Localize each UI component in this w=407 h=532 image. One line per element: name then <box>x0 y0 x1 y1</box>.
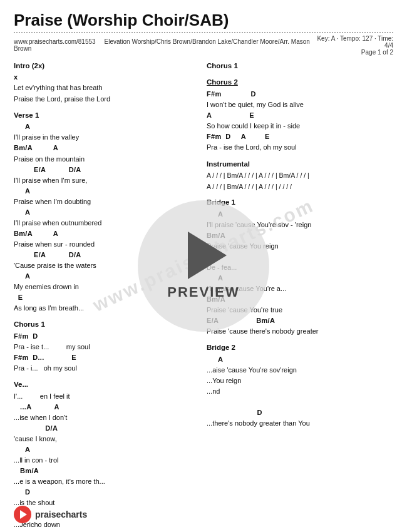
preview-overlay[interactable]: PREVIEW <box>138 200 269 332</box>
chord: D <box>207 407 393 418</box>
key: Key: A <box>317 35 334 42</box>
footer-play-icon <box>20 510 27 519</box>
chord: D <box>14 530 195 532</box>
lyric: I'll praise when I'm sure, <box>14 175 195 186</box>
chord: Bm/A <box>14 466 195 476</box>
chord: F#m D A E <box>207 131 393 142</box>
chord: A <box>14 444 195 455</box>
chord: Bm/A A <box>14 143 195 153</box>
meta-row: www.praisecharts.com/81553 Elevation Wor… <box>14 35 393 56</box>
lyric: ...aise 'cause You're sov'reign <box>207 365 393 376</box>
url: www.praisecharts.com/81553 <box>14 38 96 45</box>
time: Time: 4/4 <box>378 35 393 49</box>
section-verse2-heading: Ve... <box>14 379 195 391</box>
meta-left: www.praisecharts.com/81553 Elevation Wor… <box>14 38 312 52</box>
lyric: ...e is a weapon, it's more th... <box>14 476 195 487</box>
lyric: 'cause I know, <box>14 434 195 444</box>
lyric: Pra - ise t... my soul <box>14 342 195 352</box>
lyric: ...nd <box>207 386 393 397</box>
chord: E/A D/A <box>14 165 195 175</box>
footer-logo <box>14 506 31 523</box>
section-instrumental-heading: Instrumental <box>207 159 393 170</box>
chord: F#m D... E <box>14 352 195 363</box>
section-verse1-heading: Verse 1 <box>14 110 195 121</box>
chord: A E <box>207 110 393 121</box>
lyric <box>207 397 393 407</box>
footer: praisecharts <box>14 506 393 523</box>
lyric: ...there's nobody greater than You <box>207 418 393 429</box>
lyric: Praise on the mountain <box>14 154 195 165</box>
lyric: I'll praise in the valley <box>14 132 195 143</box>
title-row: Praise (Worship Choir/SAB) <box>14 11 393 29</box>
play-circle[interactable]: PREVIEW <box>138 200 269 332</box>
chord: A <box>14 121 195 132</box>
chord: ...A A <box>14 402 195 412</box>
divider <box>14 32 393 33</box>
lyric: Praise the Lord, praise the Lord <box>14 94 195 105</box>
lyric: Pra - ise the Lord, oh my soul <box>207 142 393 153</box>
section-bridge2-heading: Bridge 2 <box>207 342 393 354</box>
instrumental-line2: A / / / | Bm/A / / / | A / / / | / / / / <box>207 182 393 192</box>
lyric: ...You reign <box>207 376 393 386</box>
footer-brand: praisecharts <box>35 509 87 519</box>
instrumental-line1: A / / / | Bm/A / / / | A / / / | Bm/A / … <box>207 170 393 180</box>
section-chorus2-heading: Chorus 2 <box>207 77 393 88</box>
chord: D <box>14 487 195 498</box>
page-title: Praise (Worship Choir/SAB) <box>14 11 393 29</box>
lyric: ...ll in con - trol <box>14 455 195 466</box>
lyric: Let ev'rything that has breath <box>14 83 195 93</box>
chord: A <box>14 186 195 197</box>
tempo: Tempo: 127 <box>340 35 373 42</box>
lyric: ...ise when I don't <box>14 412 195 423</box>
page-number: Page 1 of 2 <box>361 49 393 56</box>
section-intro-heading: Intro (2x) <box>14 61 195 72</box>
chord: x <box>14 72 195 83</box>
meta-right: Key: A · Tempo: 127 · Time: 4/4 Page 1 o… <box>312 35 393 56</box>
page-container: Praise (Worship Choir/SAB) www.praisecha… <box>0 0 407 532</box>
chord: D/A <box>14 423 195 434</box>
lyric: So how could I keep it in - side <box>207 121 393 131</box>
chord: F#m D <box>14 331 195 342</box>
preview-label: PREVIEW <box>167 284 239 300</box>
lyric: I won't be quiet, my God is alive <box>207 100 393 110</box>
lyric: Pra - i... oh my soul <box>14 363 195 374</box>
chorus2-label: Chorus 2 <box>207 78 238 86</box>
chord: A <box>207 354 393 365</box>
chord: F#m D <box>207 89 393 100</box>
lyric: I'... en I feel it <box>14 391 195 402</box>
section-chorus1-right-heading: Chorus 1 <box>207 61 393 72</box>
play-icon <box>188 232 227 279</box>
